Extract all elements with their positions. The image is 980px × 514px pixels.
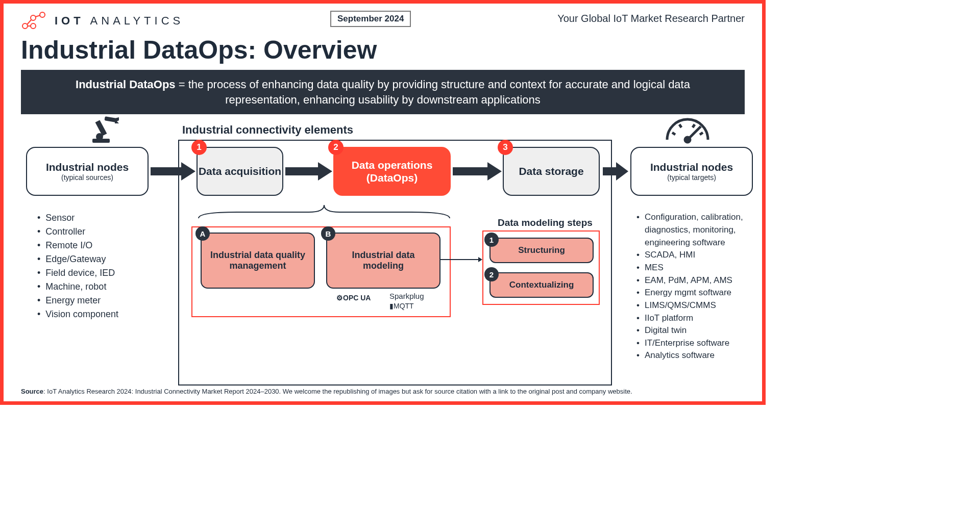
targets-title: Industrial nodes: [650, 161, 733, 173]
step-number-1: 1: [191, 140, 207, 155]
sources-title: Industrial nodes: [46, 161, 129, 173]
logo-text-bold: IOT: [55, 14, 84, 27]
ms2-label: Contextualizing: [509, 280, 574, 290]
svg-line-6: [35, 15, 40, 17]
svg-line-14: [679, 124, 681, 127]
svg-line-4: [27, 20, 31, 24]
step-storage-label: Data storage: [519, 165, 583, 177]
list-item: Controller: [37, 225, 118, 239]
pill-a-label: Industrial data quality management: [206, 250, 310, 271]
step-acquisition: 1 Data acquisition: [197, 147, 283, 196]
list-item: Configuration, calibration, diagnostics,…: [636, 211, 755, 249]
slide-frame: IOT ANALYTICS September 2024 Your Global…: [0, 0, 766, 405]
arrow-icon: [285, 162, 332, 181]
badge-b: B: [321, 226, 335, 241]
gauge-icon: [663, 115, 712, 146]
list-item: MES: [636, 262, 755, 274]
svg-point-12: [685, 137, 690, 142]
logo-icon: [21, 12, 47, 30]
arrow-icon: [603, 162, 628, 181]
targets-sub: (typical targets): [667, 173, 716, 182]
step-dataops-label-2: (DataOps): [366, 171, 418, 184]
badge-a: A: [195, 226, 210, 241]
list-item: Energy meter: [37, 294, 118, 307]
sources-node: Industrial nodes (typical sources): [26, 147, 149, 196]
sources-list: Sensor Controller Remote I/O Edge/Gatewa…: [37, 211, 118, 321]
sparkplug-label: Sparkplug: [389, 292, 424, 300]
step-number-2: 2: [328, 140, 344, 155]
brace-icon: [197, 203, 452, 221]
targets-list: Configuration, calibration, diagnostics,…: [636, 211, 755, 362]
svg-rect-10: [104, 117, 116, 123]
logo-block: IOT ANALYTICS: [21, 12, 184, 30]
svg-line-15: [693, 124, 695, 127]
pill-data-quality: A Industrial data quality management: [201, 233, 315, 289]
list-item: Digital twin: [636, 324, 755, 337]
robot-arm-icon: [89, 115, 122, 146]
date-badge: September 2024: [330, 11, 411, 27]
modeling-step-contextualizing: 2 Contextualizing: [489, 272, 594, 298]
list-item: IT/Enterprise software: [636, 337, 755, 350]
list-item: Edge/Gateway: [37, 252, 118, 266]
arrow-icon: [151, 162, 195, 181]
list-item: Analytics software: [636, 349, 755, 362]
step-storage: 3 Data storage: [503, 147, 600, 196]
sources-sub: (typical sources): [61, 173, 113, 182]
list-item: Remote I/O: [37, 239, 118, 252]
svg-point-2: [31, 23, 36, 29]
source-text: : IoT Analytics Research 2024: Industria…: [43, 388, 632, 395]
step-dataops-label-1: Data operations: [352, 159, 433, 171]
mqtt-label: ▮MQTT: [389, 302, 414, 310]
step-acquisition-label: Data acquisition: [199, 165, 281, 177]
list-item: LIMS/QMS/CMMS: [636, 299, 755, 312]
list-item: EAM, PdM, APM, AMS: [636, 274, 755, 287]
modeling-step-structuring: 1 Structuring: [489, 238, 594, 263]
svg-line-13: [672, 133, 675, 135]
arrow-icon: [453, 162, 502, 181]
ms-number-2: 2: [484, 267, 499, 281]
tagline: Your Global IoT Market Research Partner: [557, 12, 745, 24]
modeling-steps-label: Data modeling steps: [498, 217, 593, 228]
logo-text-light: ANALYTICS: [84, 14, 184, 27]
list-item: SCADA, HMI: [636, 249, 755, 262]
pill-b-label: Industrial data modeling: [331, 250, 435, 271]
targets-node: Industrial nodes (typical targets): [630, 147, 753, 196]
source-label: Source: [21, 388, 43, 395]
page-title: Industrial DataOps: Overview: [4, 30, 762, 70]
step-number-3: 3: [498, 140, 513, 155]
list-item: IIoT platform: [636, 312, 755, 325]
list-item: Energy mgmt software: [636, 287, 755, 299]
definition-bar: Industrial DataOps = the process of enha…: [21, 70, 745, 114]
list-item: Vision component: [37, 307, 118, 321]
header-row: IOT ANALYTICS September 2024 Your Global…: [4, 4, 762, 30]
svg-line-16: [700, 133, 703, 135]
logo-text: IOT ANALYTICS: [55, 14, 184, 28]
pill-data-modeling: B Industrial data modeling: [326, 233, 440, 289]
ms1-label: Structuring: [518, 245, 565, 255]
svg-point-3: [40, 12, 45, 17]
thin-arrow-icon: [440, 259, 481, 260]
source-citation: Source: IoT Analytics Research 2024: Ind…: [21, 388, 632, 395]
list-item: Machine, robot: [37, 280, 118, 294]
list-item: Field device, IED: [37, 266, 118, 280]
definition-term: Industrial DataOps: [76, 78, 176, 91]
opcua-label: ⚙OPC UA: [336, 294, 371, 302]
connectivity-label: Industrial connectivity elements: [182, 123, 353, 137]
svg-point-1: [31, 15, 36, 20]
list-item: Sensor: [37, 211, 118, 225]
ms-number-1: 1: [484, 233, 499, 247]
step-dataops: 2 Data operations (DataOps): [333, 147, 451, 196]
definition-text: = the process of enhancing data quality …: [176, 78, 690, 106]
diagram-stage: Industrial connectivity elements Industr…: [19, 122, 747, 388]
